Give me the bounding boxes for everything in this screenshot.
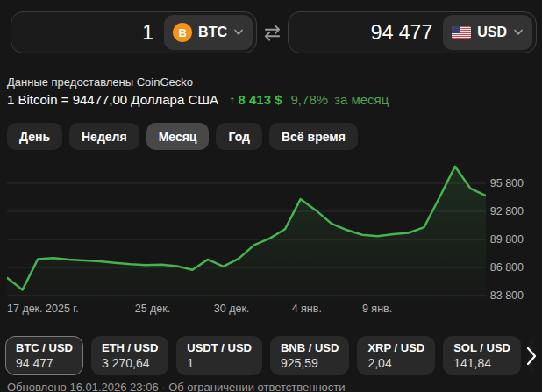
- ticker-value: 1: [187, 355, 252, 371]
- x-axis: 17 дек. 2025 г.25 дек.30 дек.4 янв.9 янв…: [7, 303, 486, 317]
- x-axis-label: 9 янв.: [362, 303, 392, 315]
- tab-неделя[interactable]: Неделя: [69, 123, 139, 150]
- rate-base-text: 1 Bitcoin = 94477,00 Доллара США: [7, 92, 218, 107]
- swap-currencies-button[interactable]: [257, 24, 288, 42]
- x-axis-label: 30 дек.: [214, 303, 250, 315]
- bitcoin-icon-glyph: B: [178, 26, 186, 39]
- chevron-right-icon: [526, 346, 537, 366]
- y-axis-label: 92 800: [471, 204, 524, 218]
- ticker-value: 925,59: [281, 355, 339, 371]
- amount-from-field[interactable]: 1 B BTC: [11, 11, 257, 53]
- rate-line: 1 Bitcoin = 94477,00 Доллара США↑8 413 $…: [7, 92, 389, 107]
- amount-to-field[interactable]: 94 477 USD: [288, 11, 537, 53]
- ticker-card-eth[interactable]: ETH / USD3 270,64: [91, 336, 168, 375]
- y-axis-label: 95 800: [471, 176, 524, 190]
- ticker-card-btc[interactable]: BTC / USD94 477: [5, 336, 83, 375]
- chart-plot[interactable]: [7, 160, 486, 300]
- y-axis-label: 83 800: [471, 289, 524, 303]
- x-axis-label: 17 дек. 2025 г.: [7, 303, 79, 315]
- data-attribution: Данные предоставлены CoinGecko: [7, 75, 193, 89]
- currency-converter: 1 B BTC 94 477 USD: [11, 11, 537, 53]
- ticker-card-xrp[interactable]: XRP / USD2,04: [357, 336, 435, 375]
- ticker-pair: XRP / USD: [367, 340, 424, 355]
- from-currency-code: BTC: [198, 25, 227, 40]
- y-axis-label: 86 800: [471, 260, 524, 274]
- period-tabs: ДеньНеделяМесяцГодВсё время: [7, 123, 358, 150]
- tab-месяц[interactable]: Месяц: [146, 123, 210, 150]
- ticker-pair: SOL / USD: [453, 340, 510, 355]
- to-currency-code: USD: [477, 25, 507, 40]
- ticker-pair: BNB / USD: [281, 340, 339, 355]
- bitcoin-icon: B: [173, 23, 192, 42]
- ticker-pair: USDT / USD: [187, 340, 252, 355]
- ticker-card-usdt[interactable]: USDT / USD1: [176, 336, 262, 375]
- price-chart: 95 80092 80089 80086 80083 800 17 дек. 2…: [7, 160, 535, 317]
- x-axis-label: 25 дек.: [135, 303, 171, 315]
- ticker-pair: BTC / USD: [16, 340, 73, 355]
- rate-change-amount: 8 413 $: [238, 92, 282, 107]
- x-axis-label: 4 янв.: [292, 303, 322, 315]
- tab-всё-время[interactable]: Всё время: [269, 123, 358, 150]
- ticker-pair: ETH / USD: [102, 340, 158, 355]
- ticker-value: 94 477: [16, 355, 73, 371]
- us-flag-icon: [452, 26, 471, 39]
- to-currency-selector[interactable]: USD: [443, 15, 532, 50]
- chevron-down-icon: [513, 29, 524, 36]
- scroll-right-button[interactable]: [524, 346, 538, 367]
- ticker-value: 2,04: [367, 355, 424, 371]
- ticker-value: 3 270,64: [102, 355, 158, 371]
- tab-день[interactable]: День: [7, 123, 62, 150]
- rate-change-percent: 9,78%: [291, 92, 329, 107]
- from-currency-selector[interactable]: B BTC: [164, 15, 253, 50]
- up-arrow-icon: ↑: [229, 92, 236, 107]
- chevron-down-icon: [233, 29, 244, 36]
- ticker-card-sol[interactable]: SOL / USD141,84: [443, 336, 521, 375]
- amount-from-value[interactable]: 1: [142, 23, 153, 43]
- swap-icon: [262, 24, 282, 42]
- ticker-card-bnb[interactable]: BNB / USD925,59: [270, 336, 349, 375]
- tab-год[interactable]: Год: [216, 123, 262, 150]
- y-axis-label: 89 800: [471, 232, 524, 246]
- ticker-value: 141,84: [453, 355, 510, 371]
- footer-updated-text: Обновлено 16.01.2026 23:06 · Об ограниче…: [7, 381, 346, 392]
- amount-to-value[interactable]: 94 477: [371, 23, 432, 43]
- rate-change-period: за месяц: [334, 92, 389, 107]
- ticker-row: BTC / USD94 477ETH / USD3 270,64USDT / U…: [5, 336, 542, 375]
